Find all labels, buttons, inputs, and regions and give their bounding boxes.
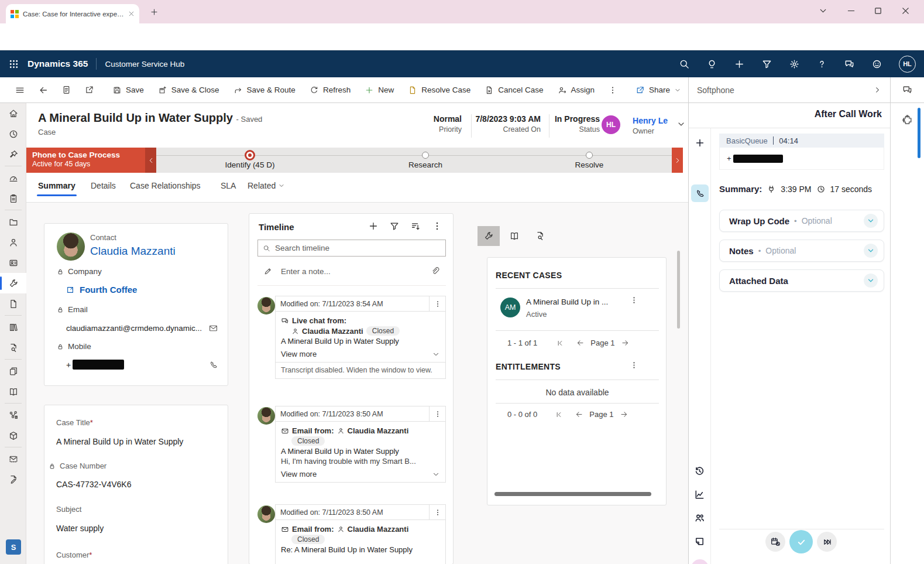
pane-scrollbar[interactable] bbox=[918, 108, 920, 158]
tab-close-icon[interactable] bbox=[128, 11, 135, 17]
schedule-callback-button[interactable] bbox=[765, 532, 785, 552]
company-link[interactable]: Fourth Coffee bbox=[80, 285, 137, 295]
sitemap-item-queue-items[interactable] bbox=[0, 293, 26, 314]
sitemap-item-knowledge-search[interactable] bbox=[0, 337, 26, 358]
help-icon[interactable] bbox=[816, 59, 827, 70]
teams-chat-icon[interactable] bbox=[902, 84, 913, 95]
share-button[interactable]: Share bbox=[628, 77, 688, 103]
bpf-stage-marker-active[interactable] bbox=[245, 150, 255, 160]
collapse-sitemap-icon[interactable] bbox=[8, 77, 32, 103]
prev-page-icon[interactable] bbox=[576, 339, 585, 347]
analytics-chart-icon[interactable] bbox=[694, 489, 705, 500]
entry-more-icon[interactable] bbox=[429, 296, 445, 311]
waffle-icon[interactable] bbox=[0, 59, 28, 70]
header-expand-chevron-icon[interactable] bbox=[676, 119, 686, 129]
sitemap-item-drafts[interactable] bbox=[0, 469, 26, 490]
save-and-route-button[interactable]: Save & Route bbox=[226, 77, 303, 103]
timeline-note-row[interactable]: Enter a note... bbox=[263, 266, 440, 276]
chevron-down-icon[interactable] bbox=[864, 274, 878, 288]
sitemap-item-recent[interactable] bbox=[0, 124, 26, 144]
browser-tab[interactable]: Case: Case for Interactive experie bbox=[6, 4, 139, 23]
call-phone-icon[interactable] bbox=[209, 360, 218, 370]
tab-related[interactable]: Related bbox=[248, 181, 285, 190]
company-value-row[interactable]: Fourth Coffee bbox=[66, 285, 137, 295]
entry-subject[interactable]: Re: A Mineral Build Up in Water Supply bbox=[281, 545, 440, 554]
bpf-stage-identify[interactable]: Identify (45 D) bbox=[225, 160, 275, 169]
sitemap-item-pinned[interactable] bbox=[0, 144, 26, 165]
prev-page-icon[interactable] bbox=[575, 410, 583, 419]
sitemap-item-email-templates[interactable] bbox=[0, 449, 26, 469]
bpf-prev-chevron-icon[interactable] bbox=[145, 148, 156, 173]
browser-menu-chevron-icon[interactable] bbox=[818, 6, 828, 16]
wrap-up-code-accordion[interactable]: Wrap Up Code • Optional bbox=[719, 210, 884, 232]
entitlements-more-icon[interactable] bbox=[630, 361, 638, 370]
bpf-next-chevron-icon[interactable] bbox=[672, 148, 683, 173]
timeline-entry[interactable]: Modified on: 7/11/2023 8:50 AM Email fro… bbox=[275, 406, 446, 483]
bpf-stage-flyout[interactable]: Phone to Case Process Active for 45 days bbox=[26, 148, 145, 173]
agent-presence-avatar[interactable]: HL bbox=[691, 559, 709, 564]
entry-from[interactable]: Claudia Mazzanti bbox=[302, 327, 363, 336]
send-email-icon[interactable] bbox=[208, 323, 218, 333]
owner-link[interactable]: Henry Le bbox=[633, 116, 668, 125]
sitemap-item-contacts[interactable] bbox=[0, 232, 26, 252]
related-tool-tab-search[interactable] bbox=[529, 226, 551, 246]
entry-view-more[interactable]: View more bbox=[281, 470, 440, 478]
entry-more-icon[interactable] bbox=[429, 406, 445, 421]
entry-subject[interactable]: A Mineral Build Up in Water Supply bbox=[281, 447, 440, 456]
lightbulb-icon[interactable] bbox=[706, 59, 717, 70]
bpf-stage-marker[interactable] bbox=[422, 152, 429, 159]
related-tool-tab-knowledge[interactable] bbox=[503, 226, 525, 246]
user-avatar[interactable]: HL bbox=[899, 56, 916, 73]
notes-accordion[interactable]: Notes • Optional bbox=[719, 240, 884, 262]
entry-subject[interactable]: A Mineral Build Up in Water Supply bbox=[281, 337, 440, 346]
sitemap-item-queues[interactable] bbox=[0, 211, 26, 232]
window-close-button[interactable] bbox=[901, 6, 911, 16]
timeline-entry[interactable]: Modified on: 7/11/2023 8:50 AM Email fro… bbox=[275, 504, 446, 564]
softphone-collapse-chevron-icon[interactable] bbox=[873, 86, 882, 94]
sitemap-item-guides[interactable] bbox=[0, 381, 26, 402]
subject-value[interactable]: Water supply bbox=[56, 524, 104, 533]
timeline-entry[interactable]: Modified on: 7/11/2023 8:54 AM Live chat… bbox=[275, 296, 446, 379]
app-name[interactable]: Customer Service Hub bbox=[105, 60, 184, 69]
sitemap-item-cases[interactable] bbox=[0, 273, 26, 293]
sitemap-item-articles[interactable] bbox=[0, 361, 26, 381]
save-and-close-button[interactable]: Save & Close bbox=[151, 77, 226, 103]
emoji-icon[interactable] bbox=[871, 59, 882, 70]
tab-summary[interactable]: Summary bbox=[38, 181, 75, 190]
sitemap-item-connections[interactable] bbox=[0, 405, 26, 425]
window-maximize-button[interactable] bbox=[873, 6, 883, 16]
timeline-search[interactable] bbox=[257, 240, 446, 257]
bpf-stage-research[interactable]: Research bbox=[408, 160, 442, 169]
email-value[interactable]: claudiamazzanti@crmdemo.dynamic... bbox=[66, 324, 208, 333]
bpf-stage-marker[interactable] bbox=[586, 152, 593, 159]
open-new-window-icon[interactable] bbox=[78, 77, 101, 103]
go-back-icon[interactable] bbox=[32, 77, 55, 103]
resolve-case-button[interactable]: Resolve Case bbox=[401, 77, 478, 103]
tab-case-relationships[interactable]: Case Relationships bbox=[130, 181, 201, 190]
save-button[interactable]: Save bbox=[105, 77, 151, 103]
timeline-filter-icon[interactable] bbox=[389, 221, 400, 231]
quick-create-icon[interactable] bbox=[734, 59, 745, 70]
bpf-stage-resolve[interactable]: Resolve bbox=[575, 160, 604, 169]
chevron-down-icon[interactable] bbox=[864, 214, 878, 228]
timeline-more-icon[interactable] bbox=[432, 221, 442, 231]
brand-title[interactable]: Dynamics 365 bbox=[28, 59, 88, 69]
sitemap-item-knowledge-articles[interactable] bbox=[0, 317, 26, 337]
chevron-down-icon[interactable] bbox=[864, 244, 878, 258]
more-commands-icon[interactable] bbox=[602, 77, 624, 103]
app-switcher-button[interactable]: S bbox=[6, 539, 21, 555]
sitemap-item-accounts[interactable] bbox=[0, 252, 26, 273]
new-session-plus-icon[interactable] bbox=[695, 138, 705, 148]
plugin-puzzle-icon[interactable] bbox=[901, 114, 913, 126]
sitemap-item-dashboards[interactable] bbox=[0, 168, 26, 188]
history-icon[interactable] bbox=[694, 466, 705, 477]
skip-acw-button[interactable] bbox=[817, 532, 837, 552]
related-tool-tab-similar-cases[interactable] bbox=[478, 226, 500, 246]
next-page-icon[interactable] bbox=[621, 339, 630, 347]
contacts-people-icon[interactable] bbox=[694, 512, 705, 524]
entry-from[interactable]: Claudia Mazzanti bbox=[348, 525, 409, 534]
mobile-value-row[interactable]: + bbox=[66, 360, 218, 370]
tab-details[interactable]: Details bbox=[91, 181, 116, 190]
refresh-button[interactable]: Refresh bbox=[303, 77, 358, 103]
horizontal-scrollbar[interactable] bbox=[494, 492, 651, 496]
